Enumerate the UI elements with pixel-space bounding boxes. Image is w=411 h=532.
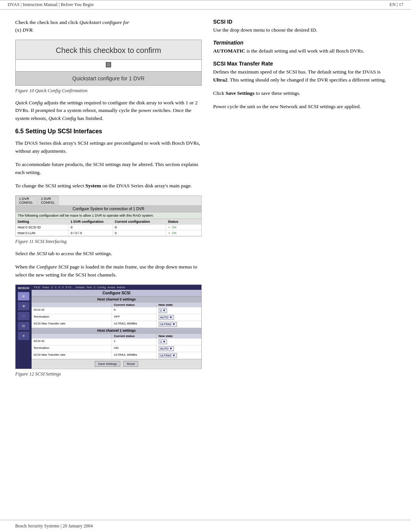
- scsi-id-label: SCSI ID: [213, 19, 388, 25]
- sidebar-icon-2: ◉: [18, 302, 29, 310]
- ch1-scsi-id-new: 1 ▼: [157, 339, 201, 345]
- ch0-scsi-id-label: SCSI ID: [32, 307, 112, 314]
- power-cycle-text: Power cycle the unit so the new Network …: [213, 103, 388, 111]
- sidebar-icon-1: ▣: [18, 292, 29, 300]
- confirm-box: Check this checkbox to confirm Quickstar…: [15, 40, 202, 86]
- settings-footer: Save Settings Reset: [32, 359, 201, 368]
- figure10-caption: Figure 10 Quick Config Confirmation: [15, 88, 202, 94]
- bosch-nav-header: FILE Video S S S S SYS... Details Test S…: [32, 285, 201, 290]
- nav-tab-s1: S: [51, 286, 53, 289]
- nav-tab-sys: SYS...: [65, 286, 74, 289]
- cell-host0-scsi-status: ✓ OK: [166, 225, 201, 230]
- scsi-tab-1dvr: 1 DVRCONFIG.: [16, 196, 37, 205]
- cell-host0-lun-current: 0: [113, 230, 166, 236]
- channel1-subheader: Current status New state: [32, 334, 201, 339]
- footer-text: Bosch Security Systems | 20 January 2004: [15, 523, 93, 529]
- scsi-table-header-row: Setting 1 DVR configuration Current conf…: [16, 219, 201, 225]
- nav-tab-video: Video: [42, 286, 49, 289]
- ch1-transfer-dropdown[interactable]: ULTRA2 ▼: [159, 353, 177, 358]
- cell-host0-lun-1dvr: 0 / 0 / 0: [68, 230, 113, 236]
- para6: When the Configure SCSI page is loaded i…: [15, 263, 202, 279]
- header-left: DVAS | Instruction Manual | Before You B…: [8, 2, 94, 8]
- termination-label: Termination: [213, 40, 388, 46]
- nav-tab-admin: Admin: [117, 286, 126, 289]
- col-status: Status: [166, 219, 201, 224]
- col-1dvr: 1 DVR configuration: [68, 219, 113, 224]
- ch1-termination-dropdown[interactable]: AUTO ▼: [159, 346, 174, 351]
- ch0-scsi-id-current: 0: [112, 307, 156, 314]
- ch1-transfer-label: SCSI Max Transfer rate: [32, 352, 112, 359]
- nav-tab-areas: Areas: [107, 286, 115, 289]
- para3: To accommodate future products, the SCSI…: [15, 161, 202, 177]
- reset-button[interactable]: Reset: [123, 361, 138, 367]
- ch0-transfer-dropdown[interactable]: ULTRA2 ▼: [159, 322, 177, 327]
- scsi-table-info: The following configuration will be mace…: [16, 212, 201, 219]
- para4: To change the SCSI setting select System…: [15, 182, 202, 190]
- scsi-table-title: Configure System for connection of 1 DVR: [16, 206, 201, 212]
- scsi-settings-box: BOSCH ▣ ◉ □ ▤ ◈ FILE Video S S S S: [15, 284, 202, 369]
- header-bar: DVAS | Instruction Manual | Before You B…: [0, 0, 411, 10]
- main-content: Check the check box and click Quickstart…: [0, 10, 411, 390]
- bosch-brand: BOSCH: [18, 286, 29, 290]
- cell-host0-lun-label: Host 0 LUN: [16, 230, 68, 236]
- cell-host0-scsi-current: 0: [113, 225, 166, 230]
- cell-host0-lun-status: ✓ OK: [166, 230, 201, 236]
- nav-tab-s3: S: [58, 286, 60, 289]
- bosch-ui: BOSCH ▣ ◉ □ ▤ ◈ FILE Video S S S S: [16, 285, 201, 369]
- scsi-tabs: 1 DVRCONFIG. 2 DVRCONFIG.: [16, 196, 201, 206]
- para5: Select the SCSI tab to access the SCSI s…: [15, 250, 202, 258]
- intro-paragraph: Check the check box and click Quickstart…: [15, 19, 202, 34]
- ch0-termination-current: OFF: [112, 314, 156, 321]
- section-heading-65: 6.5 Setting Up SCSI Interfaces: [15, 128, 202, 135]
- ch0-col-current: Current status: [112, 302, 156, 307]
- ch1-scsi-id-dropdown[interactable]: 1 ▼: [159, 339, 167, 344]
- scsi-max-label: SCSI Max Transfer Rate: [213, 61, 388, 67]
- nav-tab-s2: S: [55, 286, 57, 289]
- quick-config-para: Quick Config adjusts the settings requir…: [15, 99, 202, 123]
- ch0-transfer-label: SCSI Max Transfer rate: [32, 321, 112, 328]
- ch1-transfer-row: SCSI Max Transfer rate ULTRA2, 80MBis UL…: [32, 352, 201, 359]
- save-settings-button[interactable]: Save Settings: [95, 361, 120, 367]
- nav-tab-s4: S: [62, 286, 64, 289]
- save-settings-text: Click Save Settings to save these settin…: [213, 89, 388, 97]
- col-current: Current configuration: [113, 219, 166, 224]
- ch1-termination-current: ON: [112, 345, 156, 352]
- main-panel: FILE Video S S S S SYS... Details Test S…: [32, 285, 201, 369]
- confirm-box-title: Check this checkbox to confirm: [16, 40, 201, 60]
- ch0-transfer-new: ULTRA2 ▼: [157, 321, 201, 328]
- ch1-transfer-current: ULTRA2, 80MBis: [112, 352, 156, 359]
- scsi-max-text: Defines the maximum speed of the SCSI bu…: [213, 68, 388, 84]
- quickstart-button: Quickstart configure for 1 DVR: [16, 71, 201, 85]
- ch1-scsi-id-row: SCSI ID 1 1 ▼: [32, 339, 201, 345]
- right-column: SCSI ID Use the drop down menu to choose…: [213, 19, 388, 382]
- header-right: EN | 17: [390, 2, 403, 8]
- scsi-interfacing-table: 1 DVRCONFIG. 2 DVRCONFIG. Configure Syst…: [15, 195, 202, 236]
- col-setting: Setting: [16, 219, 68, 224]
- channel0-header: Host channel 0 settings: [32, 297, 201, 302]
- sidebar-icon-3: □: [18, 312, 29, 320]
- nav-tab-s5: S: [93, 286, 95, 289]
- ch0-termination-label: Termination: [32, 314, 112, 321]
- nav-tab-details: Details: [75, 286, 84, 289]
- nav-tab-file: FILE: [34, 286, 40, 289]
- scsi-tab-2dvr: 2 DVRCONFIG.: [38, 196, 59, 205]
- table-row: Host 0 SCSI ID 0 0 ✓ OK: [16, 225, 201, 230]
- ch0-scsi-id-dropdown[interactable]: 1 ▼: [159, 308, 167, 313]
- ch0-termination-dropdown[interactable]: AUTO ▼: [159, 315, 174, 320]
- ch1-col-new: New state: [157, 334, 201, 339]
- ch0-col-label: [32, 302, 112, 307]
- ch0-termination-new: AUTO ▼: [157, 314, 201, 321]
- cell-host0-scsi-1dvr: 0: [68, 225, 113, 230]
- sidebar-icon-5: ◈: [18, 332, 29, 340]
- ch1-col-label: [32, 334, 112, 339]
- ch1-scsi-id-current: 1: [112, 339, 156, 345]
- para2: The DVAS Series disk array's SCSI settin…: [15, 139, 202, 155]
- footer: Bosch Security Systems | 20 January 2004: [0, 520, 411, 532]
- ch1-termination-row: Termination ON AUTO ▼: [32, 345, 201, 352]
- channel0-subheader: Current status New state: [32, 302, 201, 307]
- configure-scsi-title: Configure SCSI: [32, 290, 201, 297]
- ch1-termination-label: Termination: [32, 345, 112, 352]
- sidebar-icon-4: ▤: [18, 322, 29, 330]
- confirm-checkbox-area: [16, 60, 201, 71]
- table-row: Host 0 LUN 0 / 0 / 0 0 ✓ OK: [16, 230, 201, 236]
